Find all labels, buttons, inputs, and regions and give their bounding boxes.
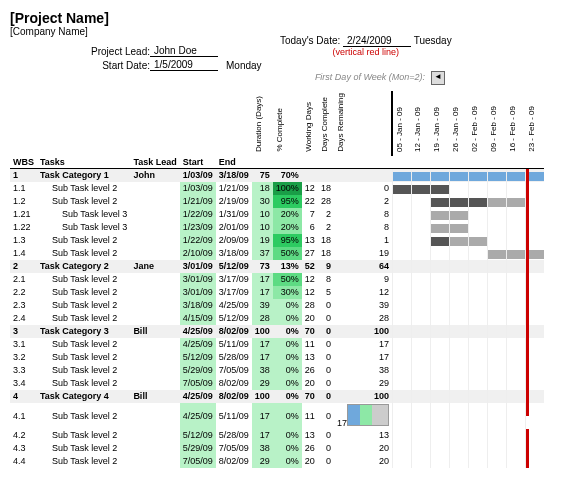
table-row[interactable]: 2 Task Category 2 Jane 3/01/09 5/12/09 7… [10,260,544,273]
duration-cell[interactable]: 10 [252,221,273,234]
pct-cell[interactable]: 20% [273,208,302,221]
table-row[interactable]: 3.4 Sub Task level 2 7/05/09 8/02/09 29 … [10,377,544,390]
table-row[interactable]: 4 Task Category 4 Bill 4/25/09 8/02/09 1… [10,390,544,403]
duration-cell[interactable]: 100 [252,390,273,403]
pct-cell[interactable]: 0% [273,442,302,455]
start-cell[interactable]: 2/10/09 [180,247,216,260]
start-cell[interactable]: 7/05/09 [180,455,216,468]
duration-cell[interactable]: 17 [252,338,273,351]
start-cell[interactable]: 1/03/09 [180,182,216,195]
table-row[interactable]: 4.1 Sub Task level 2 4/25/09 5/11/09 17 … [10,403,544,429]
table-row[interactable]: 2.4 Sub Task level 2 4/15/09 5/12/09 28 … [10,312,544,325]
table-row[interactable]: 4.3 Sub Task level 2 5/29/09 7/05/09 38 … [10,442,544,455]
pct-cell[interactable]: 50% [273,247,302,260]
dr-cell: 17 [334,338,393,351]
pct-cell[interactable]: 0% [273,364,302,377]
table-row[interactable]: 1.21 Sub Task level 3 1/22/09 1/31/09 10… [10,208,544,221]
pct-cell[interactable]: 0% [273,403,302,429]
pct-cell[interactable]: 0% [273,312,302,325]
table-row[interactable]: 4.4 Sub Task level 2 7/05/09 8/02/09 29 … [10,455,544,468]
pct-cell[interactable]: 95% [273,195,302,208]
table-row[interactable]: 1.1 Sub Task level 2 1/03/09 1/21/09 18 … [10,182,544,195]
duration-cell[interactable]: 29 [252,455,273,468]
duration-cell[interactable]: 38 [252,442,273,455]
start-cell[interactable]: 1/22/09 [180,234,216,247]
start-cell[interactable]: 5/12/09 [180,429,216,442]
pct-cell[interactable]: 50% [273,273,302,286]
lead-cell [130,364,179,377]
table-row[interactable]: 1 Task Category 1 John 1/03/09 3/18/09 7… [10,168,544,182]
pct-cell[interactable]: 0% [273,325,302,338]
start-cell[interactable]: 1/22/09 [180,208,216,221]
pct-cell[interactable]: 0% [273,455,302,468]
start-cell[interactable]: 3/01/09 [180,286,216,299]
table-row[interactable]: 1.4 Sub Task level 2 2/10/09 3/18/09 37 … [10,247,544,260]
gantt-cell [449,351,468,364]
start-cell[interactable]: 4/25/09 [180,325,216,338]
todays-date[interactable]: 2/24/2009 [343,35,411,47]
duration-cell[interactable]: 37 [252,247,273,260]
pct-cell[interactable]: 0% [273,377,302,390]
pct-cell[interactable]: 0% [273,390,302,403]
scroll-left-icon[interactable]: ◄ [431,71,445,85]
duration-cell[interactable]: 19 [252,234,273,247]
duration-cell[interactable]: 73 [252,260,273,273]
duration-cell[interactable]: 39 [252,299,273,312]
pct-cell[interactable]: 0% [273,299,302,312]
start-cell[interactable]: 3/01/09 [180,273,216,286]
start-cell[interactable]: 4/25/09 [180,338,216,351]
duration-cell[interactable]: 17 [252,351,273,364]
start-cell[interactable]: 3/01/09 [180,260,216,273]
pct-cell[interactable]: 100% [273,182,302,195]
start-cell[interactable]: 1/21/09 [180,195,216,208]
start-cell[interactable]: 1/23/09 [180,221,216,234]
gantt-bar [507,198,525,207]
duration-cell[interactable]: 18 [252,182,273,195]
duration-cell[interactable]: 10 [252,208,273,221]
pct-cell[interactable]: 0% [273,429,302,442]
table-row[interactable]: 3.1 Sub Task level 2 4/25/09 5/11/09 17 … [10,338,544,351]
table-row[interactable]: 4.2 Sub Task level 2 5/12/09 5/28/09 17 … [10,429,544,442]
table-row[interactable]: 3.2 Sub Task level 2 5/12/09 5/28/09 17 … [10,351,544,364]
duration-cell[interactable]: 17 [252,429,273,442]
pct-cell[interactable]: 30% [273,286,302,299]
table-row[interactable]: 1.3 Sub Task level 2 1/22/09 2/09/09 19 … [10,234,544,247]
pct-cell[interactable]: 20% [273,221,302,234]
start-cell[interactable]: 7/05/09 [180,377,216,390]
pct-cell[interactable]: 13% [273,260,302,273]
start-cell[interactable]: 5/29/09 [180,364,216,377]
pct-cell[interactable]: 70% [273,168,302,182]
start-cell[interactable]: 5/29/09 [180,442,216,455]
wbs-cell: 4.3 [10,442,37,455]
gantt-cell [430,168,449,182]
table-row[interactable]: 2.3 Sub Task level 2 3/18/09 4/25/09 39 … [10,299,544,312]
start-cell[interactable]: 1/03/09 [180,168,216,182]
start-cell[interactable]: 5/12/09 [180,351,216,364]
start-cell[interactable]: 4/25/09 [180,390,216,403]
start-cell[interactable]: 4/15/09 [180,312,216,325]
table-row[interactable]: 3 Task Category 3 Bill 4/25/09 8/02/09 1… [10,325,544,338]
gantt-cell [449,429,468,442]
start-cell[interactable]: 4/25/09 [180,403,216,429]
table-row[interactable]: 1.22 Sub Task level 3 1/23/09 2/01/09 10… [10,221,544,234]
table-row[interactable]: 1.2 Sub Task level 2 1/21/09 2/19/09 30 … [10,195,544,208]
duration-cell[interactable]: 75 [252,168,273,182]
duration-cell[interactable]: 30 [252,195,273,208]
pct-cell[interactable]: 0% [273,338,302,351]
duration-cell[interactable]: 17 [252,286,273,299]
duration-cell[interactable]: 17 [252,403,273,429]
start-cell[interactable]: 3/18/09 [180,299,216,312]
table-row[interactable]: 2.1 Sub Task level 2 3/01/09 3/17/09 17 … [10,273,544,286]
duration-cell[interactable]: 38 [252,364,273,377]
duration-cell[interactable]: 100 [252,325,273,338]
pct-cell[interactable]: 95% [273,234,302,247]
project-lead[interactable]: John Doe [150,45,218,57]
duration-cell[interactable]: 29 [252,377,273,390]
pct-cell[interactable]: 0% [273,351,302,364]
duration-cell[interactable]: 17 [252,273,273,286]
table-row[interactable]: 2.2 Sub Task level 2 3/01/09 3/17/09 17 … [10,286,544,299]
project-start-date[interactable]: 1/5/2009 [150,59,218,71]
duration-cell[interactable]: 28 [252,312,273,325]
table-row[interactable]: 3.3 Sub Task level 2 5/29/09 7/05/09 38 … [10,364,544,377]
gantt-cell [392,168,411,182]
